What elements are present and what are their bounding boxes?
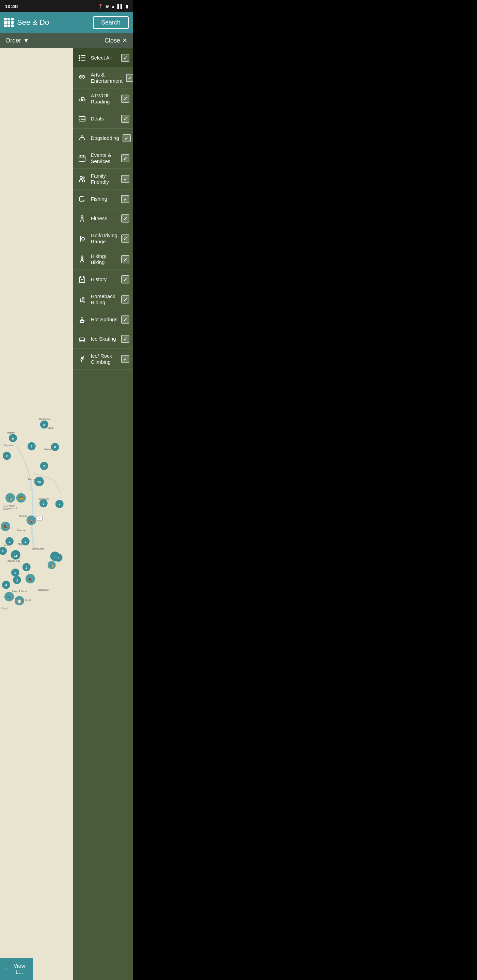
svg-point-95 [82, 196, 83, 197]
app-header: See & Do Search [0, 12, 133, 33]
view-list-label: View L... [11, 963, 28, 975]
filter-item-deals[interactable]: DEAL Deals ✓ [73, 109, 133, 129]
svg-rect-92 [79, 158, 85, 158]
time-display: 10:40 [5, 3, 18, 9]
svg-text:DEAL: DEAL [79, 118, 85, 120]
battery-icon: ▮ [126, 4, 128, 9]
view-list-button[interactable]: ≡ View L... [0, 958, 33, 980]
svg-point-94 [82, 177, 84, 179]
svg-text:Basin: Basin [48, 427, 54, 429]
svg-rect-90 [80, 155, 81, 157]
filter-item-hotsprings[interactable]: Hot Springs ✓ [73, 310, 133, 329]
svg-text:3: 3 [30, 445, 32, 448]
order-button[interactable]: Order ▼ [5, 37, 29, 44]
svg-text:•: • [59, 503, 60, 506]
history-icon [77, 274, 88, 285]
status-bar: 10:40 📍 ⊖ ▲ ▌▌ ▮ [0, 0, 133, 12]
svg-text:5: 5 [12, 437, 14, 440]
filter-checkbox-atv[interactable]: ✓ [121, 95, 129, 103]
atv-icon [77, 93, 88, 104]
filter-checkbox-golf[interactable]: ✓ [121, 234, 129, 243]
deals-icon: DEAL [77, 113, 88, 124]
svg-text:2: 2 [8, 540, 10, 543]
filter-label-history: History [91, 276, 118, 282]
filter-item-hiking[interactable]: Hiking/ Biking ✓ [73, 249, 133, 270]
filter-label-events: Events & Services [91, 152, 118, 164]
svg-rect-78 [79, 57, 80, 59]
filter-label-arts: Arts & Entertainment [91, 72, 123, 84]
filter-item-fitness[interactable]: Fitness ✓ [73, 209, 133, 228]
filter-checkbox-events[interactable]: ✓ [121, 154, 129, 162]
filter-label-fishing: Fishing [91, 196, 118, 202]
filter-label-hotsprings: Hot Springs [91, 317, 118, 323]
filter-item-family[interactable]: Family Friendly ✓ [73, 169, 133, 189]
filter-item-iceclimbing[interactable]: Ice/ Rock Climbing ✓ [73, 349, 133, 369]
svg-text:3: 3 [14, 571, 16, 575]
filter-label-select-all: Select All [91, 55, 118, 61]
filter-item-atv[interactable]: ATV/Off-Roading ✓ [73, 89, 133, 109]
filter-label-golf: Golf/Driving Range [91, 232, 118, 245]
filter-label-dogsledding: Dogsledding [91, 135, 119, 141]
filter-label-horseback: Horseback Riding [91, 293, 118, 305]
svg-text:🎭: 🎭 [8, 496, 13, 501]
svg-text:2: 2 [43, 502, 44, 505]
close-button[interactable]: Close ✕ [105, 37, 127, 44]
filter-checkbox-deals[interactable]: ✓ [121, 115, 129, 123]
filter-checkbox-family[interactable]: ✓ [121, 175, 129, 183]
svg-rect-80 [79, 60, 80, 61]
family-icon [77, 173, 88, 185]
filter-item-events[interactable]: Events & Services ✓ [73, 148, 133, 169]
svg-rect-91 [83, 155, 84, 157]
filter-checkbox-select-all[interactable]: ✓ [121, 54, 129, 62]
filter-checkbox-hiking[interactable]: ✓ [121, 255, 129, 263]
svg-text:Sunshine: Sunshine [4, 444, 14, 447]
filter-item-select-all[interactable]: Select All ✓ [73, 48, 133, 68]
hiking-icon [77, 254, 88, 265]
filter-item-golf[interactable]: Golf/Driving Range ✓ [73, 228, 133, 249]
svg-text:Kinnear: Kinnear [19, 515, 27, 517]
filter-panel: Select All ✓ Arts & Entertainment ✓ ATV/… [73, 48, 133, 980]
filter-checkbox-horseback[interactable]: ✓ [121, 295, 129, 304]
filter-label-atv: ATV/Off-Roading [91, 92, 118, 105]
main-content: WIND RIVER RESERVATION Burlington Basin … [0, 48, 133, 980]
svg-text:📋: 📋 [18, 599, 22, 603]
filter-checkbox-fishing[interactable]: ✓ [121, 195, 129, 203]
filter-checkbox-iceskating[interactable]: ✓ [121, 335, 129, 343]
filter-item-history[interactable]: History ✓ [73, 270, 133, 289]
filter-item-fishing[interactable]: Fishing ✓ [73, 189, 133, 209]
svg-text:Wamsutter: Wamsutter [38, 589, 50, 591]
signal-icon: ▌▌ [118, 4, 124, 9]
filter-checkbox-fitness[interactable]: ✓ [121, 215, 129, 223]
filter-item-horseback[interactable]: Horseback Riding ✓ [73, 289, 133, 310]
events-icon [77, 153, 88, 164]
fishing-icon [77, 194, 88, 205]
filter-checkbox-hotsprings[interactable]: ✓ [121, 315, 129, 324]
search-button[interactable]: Search [93, 16, 129, 29]
filter-checkbox-history[interactable]: ✓ [121, 275, 129, 283]
fitness-icon [77, 213, 88, 224]
filter-item-arts[interactable]: Arts & Entertainment ✓ [73, 68, 133, 89]
svg-text:6: 6 [2, 550, 3, 553]
svg-text:🥾: 🥾 [28, 577, 33, 582]
svg-rect-79 [81, 57, 85, 58]
svg-text:11: 11 [14, 554, 18, 557]
location-icon: 📍 [98, 4, 103, 9]
order-label: Order [5, 37, 21, 44]
filter-label-iceskating: Ice Skating [91, 336, 118, 342]
filter-item-iceskating[interactable]: Ice Skating ✓ [73, 329, 133, 349]
filter-checkbox-dogsledding[interactable]: ✓ [123, 134, 131, 142]
svg-rect-0 [0, 412, 73, 616]
svg-text:3: 3 [16, 579, 18, 582]
svg-text:8: 8 [54, 445, 56, 449]
svg-text:Burlington: Burlington [39, 418, 50, 421]
svg-text:Google: Google [2, 607, 9, 610]
wifi-icon: ▲ [111, 4, 115, 9]
filter-item-dogsledding[interactable]: Dogsledding ✓ [73, 129, 133, 148]
filter-checkbox-arts[interactable]: ✓ [126, 74, 133, 82]
grid-icon [4, 18, 14, 27]
svg-text:•: • [58, 556, 59, 560]
svg-text:🏇: 🏇 [29, 519, 34, 523]
filter-checkbox-iceclimbing[interactable]: ✓ [121, 355, 129, 363]
svg-text:3: 3 [5, 584, 7, 587]
svg-text:Riverton: Riverton [17, 529, 26, 531]
